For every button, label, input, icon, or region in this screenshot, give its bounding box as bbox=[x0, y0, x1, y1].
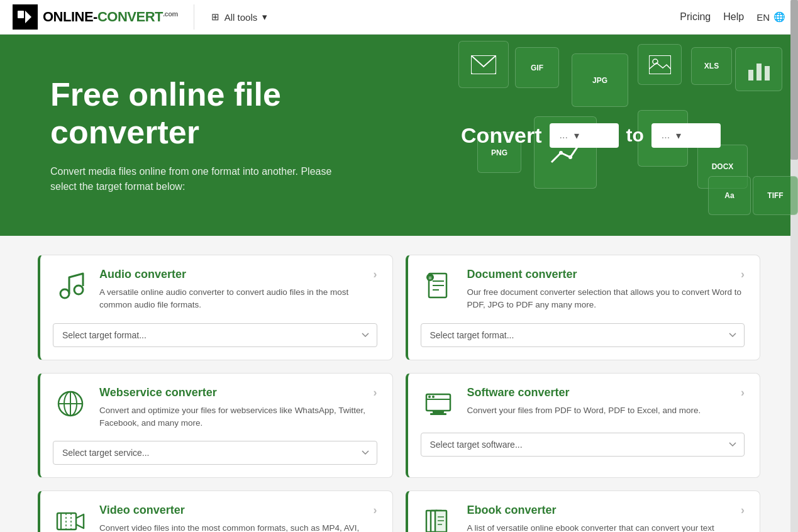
nav-separator bbox=[194, 4, 194, 30]
document-converter-icon: ≡ bbox=[421, 268, 456, 303]
globe-icon: 🌐 bbox=[773, 11, 785, 23]
card-title-ebook: Ebook converter › bbox=[467, 504, 745, 517]
software-converter-icon bbox=[421, 386, 456, 421]
card-title-label-audio: Audio converter bbox=[99, 268, 186, 281]
from-format-dropdown[interactable]: ... ▾ bbox=[550, 123, 619, 148]
svg-point-9 bbox=[568, 155, 572, 159]
jpg-icon: JPG bbox=[572, 53, 628, 107]
card-top-video: Video converter › Convert video files in… bbox=[53, 504, 377, 532]
svg-rect-3 bbox=[649, 55, 671, 74]
card-chevron-document: › bbox=[741, 268, 745, 281]
hero-section: GIF JPG XLS PNG PDF DOCX TIFF Aa Free bbox=[0, 35, 798, 236]
converter-card-audio: Audio converter › A versatile online aud… bbox=[38, 255, 393, 360]
card-chevron-video: › bbox=[374, 504, 377, 517]
converter-card-video: Video converter › Convert video files in… bbox=[38, 490, 393, 532]
main-content: Audio converter › A versatile online aud… bbox=[0, 236, 798, 532]
card-top-audio: Audio converter › A versatile online aud… bbox=[53, 268, 377, 312]
card-title-label-ebook: Ebook converter bbox=[467, 504, 557, 517]
music-converter-icon bbox=[53, 268, 88, 303]
converter-card-ebook: Ebook converter › A list of versatile on… bbox=[406, 490, 761, 532]
card-description-software: Convert your files from PDF to Word, PDF… bbox=[467, 404, 745, 417]
ebook-converter-icon bbox=[421, 504, 456, 532]
card-text-webservice: Webservice converter › Convert and optim… bbox=[99, 386, 377, 430]
card-top-software: Software converter › Convert your files … bbox=[421, 386, 745, 421]
converter-card-document: ≡ Document converter › Our free document… bbox=[406, 255, 761, 360]
chart-icon bbox=[735, 47, 782, 91]
card-text-ebook: Ebook converter › A list of versatile on… bbox=[467, 504, 745, 532]
card-chevron-webservice: › bbox=[374, 386, 377, 399]
grid-icon: ⊞ bbox=[211, 11, 219, 23]
svg-point-12 bbox=[74, 285, 83, 294]
card-title-software: Software converter › bbox=[467, 386, 745, 399]
card-select-software[interactable]: Select target software... bbox=[421, 433, 745, 457]
card-select-webservice[interactable]: Select target service... bbox=[53, 441, 377, 465]
card-title-label-software: Software converter bbox=[467, 386, 570, 399]
card-chevron-audio: › bbox=[374, 268, 377, 281]
card-chevron-ebook: › bbox=[741, 504, 745, 517]
logo-text: ONLINE-CONVERT.com bbox=[43, 9, 178, 25]
logo[interactable]: ONLINE-CONVERT.com bbox=[13, 4, 178, 30]
card-select-document[interactable]: Select target format... bbox=[421, 323, 745, 347]
video-converter-icon bbox=[53, 504, 88, 532]
card-chevron-software: › bbox=[741, 386, 745, 399]
hero-title: Free online fileconverter bbox=[50, 76, 434, 152]
svg-point-25 bbox=[428, 396, 431, 398]
svg-rect-28 bbox=[430, 413, 446, 415]
hero-left: Free online fileconverter Convert media … bbox=[50, 76, 434, 194]
to-format-dropdown[interactable]: ... ▾ bbox=[651, 123, 721, 148]
card-title-webservice: Webservice converter › bbox=[99, 386, 377, 399]
card-top-webservice: Webservice converter › Convert and optim… bbox=[53, 386, 377, 430]
svg-marker-1 bbox=[25, 11, 31, 23]
email-icon bbox=[458, 41, 509, 88]
to-label: to bbox=[626, 125, 644, 146]
svg-rect-0 bbox=[18, 11, 24, 18]
hero-right: Convert ... ▾ to ... ▾ bbox=[434, 123, 748, 148]
logo-icon bbox=[13, 4, 38, 30]
card-description-webservice: Convert and optimize your files for webs… bbox=[99, 404, 377, 430]
card-title-label-webservice: Webservice converter bbox=[99, 386, 217, 399]
convert-label: Convert bbox=[461, 123, 541, 148]
chevron-down-icon: ▾ bbox=[262, 11, 267, 23]
from-chevron-icon: ▾ bbox=[574, 130, 579, 141]
svg-rect-5 bbox=[748, 70, 753, 80]
card-title-audio: Audio converter › bbox=[99, 268, 377, 281]
converter-card-webservice: Webservice converter › Convert and optim… bbox=[38, 373, 393, 479]
card-description-ebook: A list of versatile online ebook convert… bbox=[467, 522, 745, 532]
card-text-audio: Audio converter › A versatile online aud… bbox=[99, 268, 377, 312]
card-top-ebook: Ebook converter › A list of versatile on… bbox=[421, 504, 745, 532]
card-top-document: ≡ Document converter › Our free document… bbox=[421, 268, 745, 312]
card-title-label-document: Document converter bbox=[467, 268, 577, 281]
converter-card-software: Software converter › Convert your files … bbox=[406, 373, 761, 479]
pricing-link[interactable]: Pricing bbox=[680, 11, 711, 23]
xls-icon: XLS bbox=[691, 47, 732, 85]
convert-bar: Convert ... ▾ to ... ▾ bbox=[461, 123, 721, 148]
svg-rect-6 bbox=[756, 64, 762, 80]
to-placeholder: ... bbox=[662, 130, 670, 141]
image-icon bbox=[638, 44, 682, 85]
card-description-audio: A versatile online audio converter to co… bbox=[99, 286, 377, 312]
card-title-label-video: Video converter bbox=[99, 504, 185, 517]
svg-point-26 bbox=[432, 396, 435, 398]
card-text-video: Video converter › Convert video files in… bbox=[99, 504, 377, 532]
lang-label: EN bbox=[756, 12, 770, 23]
card-description-document: Our free document converter selection th… bbox=[467, 286, 745, 312]
svg-rect-27 bbox=[433, 411, 444, 413]
svg-point-11 bbox=[60, 289, 69, 298]
header: ONLINE-CONVERT.com ⊞ All tools ▾ Pricing… bbox=[0, 0, 798, 35]
card-text-software: Software converter › Convert your files … bbox=[467, 386, 745, 417]
help-link[interactable]: Help bbox=[723, 11, 744, 23]
from-placeholder: ... bbox=[560, 130, 568, 141]
card-title-video: Video converter › bbox=[99, 504, 377, 517]
font-icon: Aa bbox=[708, 176, 751, 215]
converters-grid: Audio converter › A versatile online aud… bbox=[38, 255, 760, 532]
all-tools-label: All tools bbox=[224, 12, 258, 23]
card-title-document: Document converter › bbox=[467, 268, 745, 281]
all-tools-button[interactable]: ⊞ All tools ▾ bbox=[204, 8, 275, 26]
svg-rect-35 bbox=[435, 511, 446, 532]
svg-rect-7 bbox=[765, 66, 770, 80]
language-selector[interactable]: EN 🌐 bbox=[756, 11, 785, 23]
card-select-audio[interactable]: Select target format... bbox=[53, 323, 377, 347]
hero-subtitle: Convert media files online from one form… bbox=[50, 164, 352, 194]
svg-text:≡: ≡ bbox=[428, 275, 431, 281]
gif-icon: GIF bbox=[515, 47, 559, 88]
